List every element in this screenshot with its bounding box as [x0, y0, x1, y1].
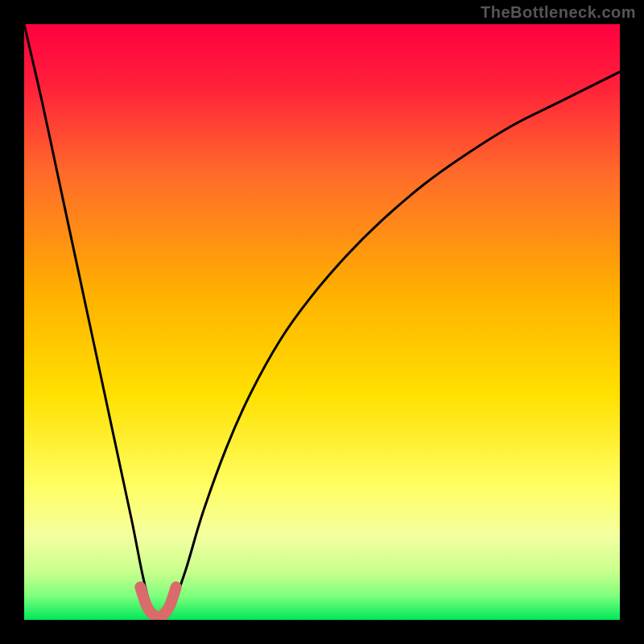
chart-frame: TheBottleneck.com — [0, 0, 644, 644]
plot-area — [24, 24, 620, 620]
bottleneck-curve — [24, 24, 620, 620]
watermark-text: TheBottleneck.com — [481, 3, 636, 22]
